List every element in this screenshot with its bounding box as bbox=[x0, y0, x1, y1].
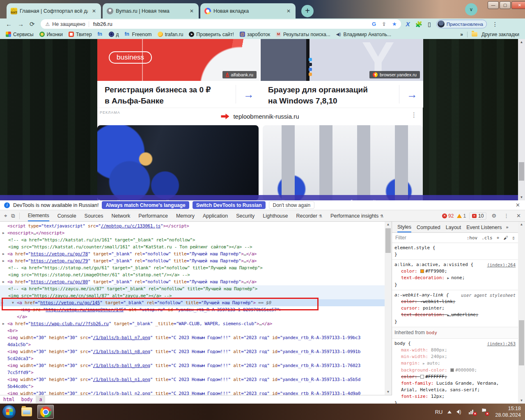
close-button[interactable]: ✕ bbox=[511, 1, 525, 9]
devtools-tab-memory[interactable]: Memory bbox=[176, 211, 195, 221]
dom-tree-line[interactable]: ▶<a href="https://vetop.ru/go/79" target… bbox=[0, 257, 385, 264]
styles-tab-computed[interactable]: Computed bbox=[417, 223, 440, 232]
taskbar-explorer-button[interactable] bbox=[18, 405, 35, 419]
url-text[interactable]: fsb26.ru bbox=[93, 21, 112, 27]
breadcrumb-item-html[interactable]: html bbox=[0, 396, 18, 403]
scroll-down-icon[interactable]: ▼ bbox=[385, 389, 392, 395]
extensions-puzzle-icon[interactable]: 🧩 bbox=[415, 21, 422, 28]
browser-tab[interactable]: Новая вкладка✕ bbox=[200, 3, 296, 18]
bookmark-item[interactable]: Иконки bbox=[39, 32, 63, 37]
google-icon[interactable]: G bbox=[372, 21, 376, 27]
styles-scrollbar[interactable]: ▲ ▼ bbox=[518, 222, 525, 404]
scrollbar-thumb[interactable] bbox=[385, 228, 391, 253]
product-image-factory[interactable] bbox=[97, 125, 259, 200]
devtools-tab-sources[interactable]: Sources bbox=[85, 211, 103, 221]
bookmark-item[interactable]: д bbox=[109, 32, 119, 37]
rule-selector[interactable]: body { bbox=[394, 340, 411, 347]
breadcrumb-item-body[interactable]: body bbox=[18, 396, 36, 403]
expand-icon[interactable]: ▶ bbox=[2, 257, 7, 264]
dom-tree-line[interactable]: <img src="https://statop.net/imageOther/… bbox=[0, 271, 385, 278]
rule-selector[interactable]: a:link, a:active, a:visited { bbox=[394, 262, 473, 268]
device-toolbar-icon[interactable]: ⧉ bbox=[11, 213, 15, 219]
dom-tree-line[interactable]: <!-- <a href="https://statop.net/go/61" … bbox=[0, 264, 385, 271]
rule-source-link[interactable]: user agent stylesheet bbox=[461, 292, 516, 298]
tab-close-icon[interactable]: ✕ bbox=[188, 7, 195, 15]
address-bar[interactable]: ⚠ Не защищено fsb26.ru G ⇪ ★ bbox=[41, 19, 401, 29]
css-property[interactable]: text-decoration: ▶ underline; bbox=[394, 312, 516, 319]
css-property[interactable]: min-width: 240px; bbox=[394, 353, 516, 360]
profile-chip[interactable]: Приостановлена bbox=[436, 20, 487, 28]
ad-arrow-icon[interactable]: → bbox=[243, 88, 254, 101]
toggle-hover-button[interactable]: :hov bbox=[467, 235, 478, 241]
bookmark-item[interactable]: Твитер bbox=[69, 32, 92, 37]
new-tab-button[interactable]: + bbox=[301, 5, 314, 17]
reload-icon[interactable]: ⟳ bbox=[30, 21, 35, 28]
toggle-class-button[interactable]: .cls bbox=[481, 235, 493, 241]
styles-tab-event-listeners[interactable]: Event Listeners bbox=[466, 223, 502, 232]
devtools-tab-recorder[interactable]: Recorder⚗ bbox=[296, 211, 322, 221]
rule-selector[interactable]: a:-webkit-any-link { bbox=[394, 292, 449, 298]
dom-tree-line[interactable]: </a> bbox=[0, 313, 385, 320]
filter-input[interactable]: Filter bbox=[395, 235, 406, 241]
dom-tree-line[interactable]: <!-- <a href="https://katstat.ru/in/161"… bbox=[0, 236, 385, 243]
dom-tree-line[interactable]: <img widht="30" height="30" src="/1/ball… bbox=[0, 362, 385, 369]
sidebar-toggle-icon[interactable]: ▯ bbox=[512, 235, 515, 241]
match-language-button[interactable]: Always match Chrome's language bbox=[102, 201, 189, 209]
other-bookmarks-label[interactable]: Другие закладки bbox=[481, 32, 519, 37]
bookmark-item[interactable]: fnFreenom bbox=[125, 32, 152, 37]
tab-search-button[interactable]: ∨ bbox=[465, 3, 477, 16]
elements-scrollbar[interactable]: ▲ ▼ bbox=[385, 222, 392, 395]
style-rule[interactable]: body {(index):263max-width: 800px;min-wi… bbox=[392, 339, 518, 404]
rule-selector[interactable]: element.style { bbox=[394, 245, 435, 251]
bookmark-item[interactable]: trafan.ru bbox=[158, 32, 183, 37]
css-property[interactable]: margin: ▶ auto; bbox=[394, 360, 516, 367]
expand-icon[interactable]: ▶ bbox=[2, 320, 7, 327]
browser-tab[interactable]: SOFTГлавная | Софтпортал всё для пр✕ bbox=[7, 3, 101, 18]
devtools-tab-console[interactable]: Console bbox=[57, 211, 76, 221]
dom-tree-line[interactable]: <img widht="30" height="30" src="/1/ball… bbox=[0, 334, 385, 341]
css-property[interactable]: text-decoration: ▶ none; bbox=[394, 275, 516, 282]
dom-tree-line[interactable]: ▶<a href="https://vetop.ru/go/80" target… bbox=[0, 278, 385, 285]
css-property[interactable]: color: -webkit-link; bbox=[394, 298, 516, 305]
rule-source-link[interactable]: (index):263 bbox=[487, 340, 516, 347]
devtools-tab-network[interactable]: Network bbox=[111, 211, 130, 221]
dom-tree-line[interactable]: 7cc5ffd9"> bbox=[0, 369, 385, 376]
scrollbar-thumb[interactable] bbox=[519, 320, 524, 365]
start-button[interactable] bbox=[2, 405, 16, 419]
minimize-button[interactable]: — bbox=[488, 1, 499, 9]
css-property[interactable]: color: #FFFFFF; bbox=[394, 374, 516, 380]
volume-icon[interactable] bbox=[456, 409, 464, 415]
taskbar-clock[interactable]: 15:18 28.08.2024 bbox=[495, 405, 521, 418]
rule-source-link[interactable]: (index):264 bbox=[487, 262, 516, 268]
devtools-close-icon[interactable]: ✕ bbox=[516, 213, 521, 219]
dom-tree-line[interactable]: 4da1c5b"> bbox=[0, 341, 385, 348]
ad-card-yandex[interactable]: Y Y browser.yandex.ru Браузер для органи… bbox=[261, 39, 423, 108]
css-property[interactable]: max-width: 800px; bbox=[394, 347, 516, 353]
forward-icon[interactable]: → bbox=[18, 21, 24, 28]
color-swatch[interactable] bbox=[420, 375, 424, 379]
dom-tree-line[interactable]: <img widht="30" height="30" src="/1/ball… bbox=[0, 376, 385, 383]
css-property[interactable]: cursor: pointer; bbox=[394, 305, 516, 312]
infobar-close-icon[interactable]: ✕ bbox=[516, 202, 520, 208]
network-error-icon[interactable]: ✕ bbox=[469, 409, 476, 415]
dom-tree-line[interactable]: <script type="text/javascript" src="//mo… bbox=[0, 223, 385, 230]
expand-icon[interactable]: ▶ bbox=[2, 230, 7, 236]
css-property[interactable]: font-size: 12px; bbox=[394, 393, 516, 400]
promo-menu-icon[interactable]: ⋮ bbox=[411, 111, 417, 119]
maximize-button[interactable]: ▢ bbox=[500, 1, 511, 9]
scroll-up-icon[interactable]: ▲ bbox=[518, 222, 525, 227]
language-indicator[interactable]: RU bbox=[435, 409, 443, 415]
tab-close-icon[interactable]: ✕ bbox=[90, 7, 98, 15]
scrollbar-thumb[interactable] bbox=[519, 162, 524, 181]
bookmarks-overflow-icon[interactable]: » bbox=[460, 32, 463, 37]
brush-icon[interactable]: 🖌 bbox=[503, 235, 508, 241]
product-image-heat-exchangers[interactable] bbox=[263, 125, 423, 200]
style-rule[interactable]: element.style {} bbox=[392, 243, 518, 260]
new-style-rule-button[interactable]: + bbox=[497, 235, 500, 241]
devtools-tab-elements[interactable]: Elements bbox=[28, 210, 49, 221]
back-icon[interactable]: ← bbox=[6, 21, 12, 28]
bookmark-item[interactable]: Сервисы bbox=[6, 32, 34, 37]
expand-value-icon[interactable]: ▶ bbox=[447, 276, 452, 280]
error-badge[interactable]: ✕ 92 bbox=[442, 213, 454, 219]
expand-value-icon[interactable]: ▶ bbox=[423, 362, 427, 365]
